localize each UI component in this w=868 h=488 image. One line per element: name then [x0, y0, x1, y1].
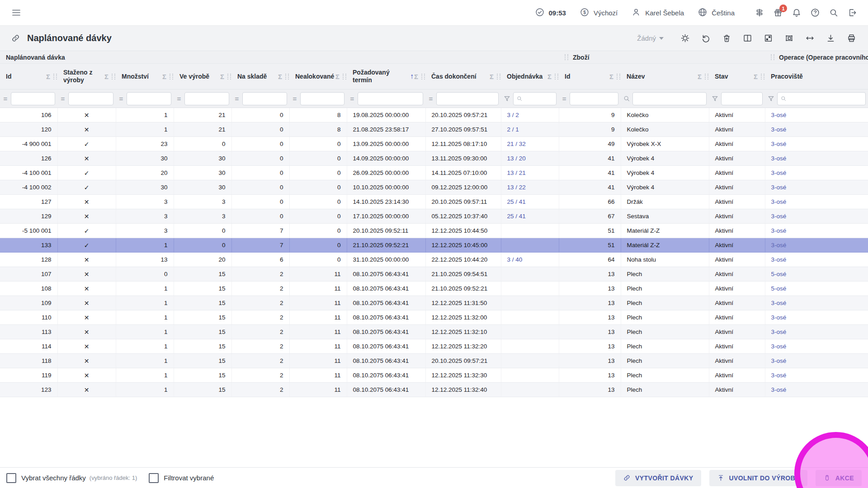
equals-filter-icon[interactable]: =	[428, 95, 434, 103]
sort-asc-icon[interactable]: ↑	[410, 72, 414, 80]
cell-pracoviste[interactable]: 3-osé	[765, 296, 868, 310]
table-row[interactable]: 109✕11521108.10.2075 06:43:4112.12.2025 …	[0, 296, 868, 310]
funnel-filter-icon[interactable]	[767, 95, 775, 103]
sum-icon[interactable]: Σ	[698, 73, 702, 80]
akce-button[interactable]: AKCE	[816, 470, 862, 486]
cell-objednavka[interactable]: 13 / 20	[501, 151, 559, 166]
funnel-filter-icon[interactable]	[711, 95, 719, 103]
drag-handle-icon[interactable]	[617, 74, 620, 80]
sync-status[interactable]: 09:53	[535, 7, 566, 19]
cell-pracoviste[interactable]: 5-osé	[765, 282, 868, 296]
column-header-id[interactable]: IdΣ	[0, 64, 57, 89]
pricing-selector[interactable]: $ Výchozí	[580, 7, 618, 19]
sum-icon[interactable]: Σ	[335, 73, 340, 80]
logout-button[interactable]	[847, 8, 857, 18]
cell-pracoviste[interactable]: 3-osé	[765, 151, 868, 166]
column-header-stav[interactable]: StavΣ	[709, 64, 765, 89]
select-all-rows[interactable]: Vybrat všechny řádky (vybráno řádek: 1)	[6, 473, 137, 483]
table-row[interactable]: 126✕30300014.09.2025 00:00:0013.11.2025 …	[0, 151, 868, 166]
table-row[interactable]: 123✕11521108.10.2075 06:43:4112.12.2025 …	[0, 383, 868, 397]
column-header-na-sklade[interactable]: Na skladěΣ	[231, 64, 289, 89]
cell-pracoviste[interactable]: 3-osé	[765, 180, 868, 195]
sum-icon[interactable]: Σ	[490, 73, 494, 80]
filter-stav-input[interactable]	[724, 95, 760, 103]
cell-pracoviste[interactable]: 3-osé	[765, 108, 868, 122]
cell-pracoviste[interactable]: 3-osé	[765, 354, 868, 368]
bell-button[interactable]	[792, 8, 802, 18]
cell-objednavka[interactable]: 25 / 41	[501, 209, 559, 224]
table-row[interactable]: 108✕11521108.10.2075 06:43:4121.10.2025 …	[0, 282, 868, 296]
table-row[interactable]: 110✕11521108.10.2075 06:43:4112.12.2025 …	[0, 310, 868, 325]
table-row[interactable]: 120✕1210821.08.2025 23:58:1727.10.2025 0…	[0, 122, 868, 137]
column-header-nazev[interactable]: NázevΣ	[621, 64, 709, 89]
filter-ve-vyrobe-input[interactable]	[188, 95, 226, 103]
undo-button[interactable]	[700, 33, 712, 44]
filter-stazeno-input[interactable]	[71, 95, 110, 103]
gift-button[interactable]: 1	[773, 8, 783, 18]
cell-objednavka[interactable]: 25 / 41	[501, 195, 559, 209]
funnel-filter-icon[interactable]	[503, 95, 511, 103]
fit-width-button[interactable]	[804, 33, 816, 44]
sum-icon[interactable]: Σ	[278, 73, 282, 80]
drag-handle-icon[interactable]	[565, 54, 568, 60]
drag-handle-icon[interactable]	[53, 74, 57, 80]
equals-filter-icon[interactable]: =	[176, 95, 182, 103]
equals-filter-icon[interactable]: =	[118, 95, 124, 103]
uvolnit-do-v-roby-button[interactable]: UVOLNIT DO VÝROBY	[709, 470, 807, 486]
cell-pracoviste[interactable]: 3-osé	[765, 253, 868, 267]
table-row[interactable]: 129✕330017.10.2025 00:00:0005.12.2025 10…	[0, 209, 868, 224]
drag-handle-icon[interactable]	[705, 74, 708, 80]
cell-pracoviste[interactable]: 3-osé	[765, 166, 868, 180]
settings-button[interactable]	[679, 33, 691, 44]
equals-filter-icon[interactable]: =	[2, 95, 9, 103]
equals-filter-icon[interactable]: =	[292, 95, 298, 103]
cell-pracoviste[interactable]: 3-osé	[765, 339, 868, 354]
sum-icon[interactable]: Σ	[104, 73, 108, 80]
signpost-button[interactable]	[755, 8, 764, 18]
filter-na-sklade-input[interactable]	[245, 95, 284, 103]
drag-handle-icon[interactable]	[285, 74, 289, 80]
cell-pracoviste[interactable]: 3-osé	[765, 238, 868, 253]
table-row[interactable]: 107✕01521108.10.2075 06:43:4121.10.2025 …	[0, 267, 868, 282]
equals-filter-icon[interactable]: =	[349, 95, 355, 103]
drag-handle-icon[interactable]	[227, 74, 231, 80]
table-row[interactable]: -4 100 001✓20300026.09.2025 00:00:0014.1…	[0, 166, 868, 180]
filter-nealokovane-input[interactable]	[303, 95, 341, 103]
cell-objednavka[interactable]: 2 / 1	[501, 122, 559, 137]
table-row[interactable]: -5 100 001✓307020.10.2025 09:52:1112.12.…	[0, 224, 868, 238]
drag-handle-icon[interactable]	[555, 74, 558, 80]
filter-pracoviste-input[interactable]	[788, 95, 863, 103]
cell-objednavka[interactable]: 13 / 21	[501, 166, 559, 180]
column-header-cas-dokonceni[interactable]: Čas dokončeníΣ	[425, 64, 501, 89]
search-filter-icon[interactable]	[623, 95, 630, 102]
table-row[interactable]: 127✕330014.10.2025 23:14:3020.10.2025 09…	[0, 195, 868, 209]
cell-pracoviste[interactable]: 3-osé	[765, 137, 868, 151]
filter-mnozstvi-input[interactable]	[130, 95, 168, 103]
sum-icon[interactable]: Σ	[547, 73, 552, 80]
split-columns-button[interactable]	[742, 33, 753, 44]
equals-filter-icon[interactable]: =	[561, 95, 567, 103]
filter-cas-dokonceni-input[interactable]	[439, 95, 495, 103]
cell-pracoviste[interactable]: 3-osé	[765, 195, 868, 209]
column-header-id2[interactable]: IdΣ	[559, 64, 621, 89]
cell-pracoviste[interactable]: 3-osé	[765, 209, 868, 224]
filter-objednavka-input[interactable]	[524, 95, 553, 103]
cell-pracoviste[interactable]: 5-osé	[765, 267, 868, 282]
preset-dropdown[interactable]: Žádný	[637, 34, 664, 42]
sum-icon[interactable]: Σ	[754, 73, 758, 80]
drag-handle-icon[interactable]	[170, 74, 173, 80]
sum-icon[interactable]: Σ	[46, 73, 50, 80]
table-row[interactable]: 133✓107021.10.2025 09:52:2112.12.2025 10…	[0, 238, 868, 253]
filter-pozadovany-termin-input[interactable]	[361, 95, 420, 103]
filter-selected[interactable]: Filtrovat vybrané	[149, 473, 214, 483]
search-button[interactable]	[829, 8, 839, 18]
vytvo-it-d-vky-button[interactable]: VYTVOŘIT DÁVKY	[615, 470, 701, 486]
table-row[interactable]: 128✕13206031.10.2025 00:00:0022.12.2025 …	[0, 253, 868, 267]
print-button[interactable]	[846, 33, 857, 44]
link-icon[interactable]	[11, 33, 20, 43]
help-button[interactable]	[810, 8, 820, 18]
filter-id-input[interactable]	[14, 95, 52, 103]
table-row[interactable]: 118✕11521108.10.2075 06:43:4120.10.2025 …	[0, 354, 868, 368]
select-all-checkbox[interactable]	[6, 473, 16, 483]
menu-icon[interactable]	[11, 7, 22, 18]
